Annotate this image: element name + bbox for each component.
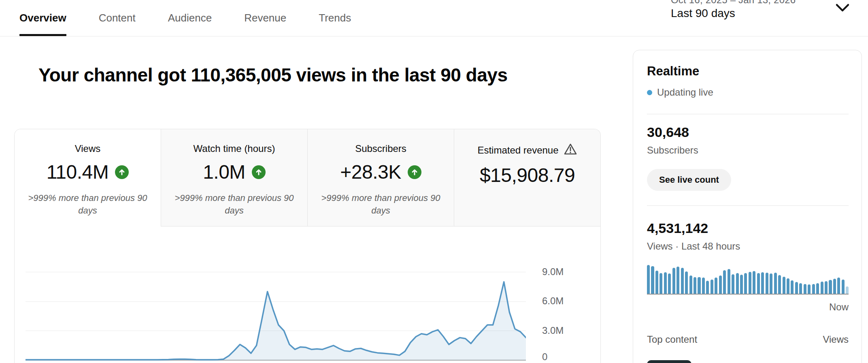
realtime-bar <box>761 272 764 294</box>
realtime-bar <box>728 269 730 294</box>
y-tick: 9.0M <box>542 266 564 278</box>
realtime-bar <box>715 278 717 294</box>
metric-tab-subscribers[interactable]: Subscribers +28.3K >999% more than previ… <box>307 129 454 226</box>
realtime-subscriber-count: 30,648 <box>647 124 689 140</box>
realtime-bar <box>647 265 650 294</box>
realtime-bar <box>689 275 692 294</box>
metric-comparison-note: >999% more than previous 90 days <box>21 192 155 217</box>
tab-revenue[interactable]: Revenue <box>244 0 286 36</box>
realtime-bar <box>664 272 667 294</box>
views-column-label: Views <box>823 334 849 345</box>
metric-value: $15,908.79 <box>480 164 575 186</box>
realtime-status: Updating live <box>647 87 713 98</box>
realtime-views-label: Views · Last 48 hours <box>647 241 740 252</box>
metric-label: Subscribers <box>355 143 406 154</box>
date-range-text: Oct 16, 2025 – Jan 13, 2026 <box>671 0 796 6</box>
realtime-bar <box>778 275 781 294</box>
realtime-bar <box>744 273 747 294</box>
views-trend-chart <box>26 243 526 361</box>
trend-up-icon <box>252 165 266 179</box>
y-tick: 0 <box>542 351 547 363</box>
realtime-bar <box>816 283 819 294</box>
see-live-count-button[interactable]: See live count <box>647 169 731 191</box>
metric-tab-estimated-revenue[interactable]: Estimated revenue $15,908.79 <box>454 129 600 226</box>
metric-label: Views <box>75 143 101 154</box>
realtime-bar <box>651 266 654 294</box>
realtime-bar <box>655 271 658 294</box>
realtime-bar <box>833 279 836 294</box>
realtime-bar <box>837 278 840 294</box>
realtime-bar <box>825 281 828 294</box>
realtime-bar <box>787 278 789 294</box>
divider <box>647 114 849 114</box>
date-preset-text: Last 90 days <box>671 7 796 20</box>
realtime-bar <box>706 281 709 294</box>
realtime-card: Realtime Updating live 30,648 Subscriber… <box>633 50 862 363</box>
page-title: Your channel got 110,365,005 views in th… <box>38 64 507 86</box>
trend-up-icon <box>115 165 129 179</box>
trend-up-icon <box>408 165 421 179</box>
realtime-bar <box>766 273 768 294</box>
live-dot-icon <box>647 90 652 95</box>
realtime-bar <box>774 273 777 294</box>
realtime-bar <box>791 280 794 294</box>
realtime-bar <box>685 271 688 294</box>
realtime-bar <box>723 270 726 294</box>
realtime-bar <box>702 278 705 294</box>
realtime-subscriber-label: Subscribers <box>647 145 698 156</box>
realtime-bar <box>808 284 811 294</box>
now-label: Now <box>647 301 849 313</box>
realtime-bar <box>829 280 832 294</box>
tab-trends[interactable]: Trends <box>319 0 351 36</box>
realtime-bar <box>795 282 798 294</box>
realtime-bar <box>672 268 675 294</box>
metric-tabs-row: Views 110.4M >999% more than previous 90… <box>15 129 600 226</box>
overview-analytics-card: Views 110.4M >999% more than previous 90… <box>14 129 601 363</box>
realtime-bar <box>740 275 743 294</box>
realtime-bar <box>804 284 806 294</box>
realtime-status-text: Updating live <box>657 87 713 98</box>
realtime-bar <box>753 271 755 294</box>
metric-label: Watch time (hours) <box>194 143 275 154</box>
metric-comparison-note: >999% more than previous 90 days <box>314 192 448 217</box>
chevron-down-icon[interactable] <box>835 3 850 15</box>
top-content-video-thumbnail[interactable] <box>647 360 691 363</box>
realtime-bar <box>812 284 815 294</box>
realtime-bar <box>757 273 760 294</box>
metric-tab-watch-time[interactable]: Watch time (hours) 1.0M >999% more than … <box>161 129 307 226</box>
realtime-bar <box>668 273 671 294</box>
realtime-bar <box>783 277 785 294</box>
divider <box>647 205 849 206</box>
realtime-bar <box>736 273 739 294</box>
warning-icon[interactable] <box>564 143 577 158</box>
realtime-title: Realtime <box>647 64 699 79</box>
realtime-views-count: 4,531,142 <box>647 220 708 236</box>
realtime-bar <box>711 280 713 294</box>
realtime-48h-bar-chart <box>647 264 849 295</box>
realtime-bar <box>846 286 849 294</box>
area-chart-svg <box>26 243 526 361</box>
realtime-bar <box>749 272 751 294</box>
metric-label: Estimated revenue <box>477 145 558 156</box>
metric-comparison-note: >999% more than previous 90 days <box>168 192 301 217</box>
tab-audience[interactable]: Audience <box>168 0 212 36</box>
y-tick: 6.0M <box>542 295 564 307</box>
realtime-bar <box>842 280 845 294</box>
metric-value: +28.3K <box>340 161 401 183</box>
realtime-bar <box>694 277 696 294</box>
date-range-picker[interactable]: Oct 16, 2025 – Jan 13, 2026 Last 90 days <box>671 0 796 20</box>
realtime-bar <box>677 267 679 294</box>
top-content-label: Top content <box>647 334 697 345</box>
metric-tab-views[interactable]: Views 110.4M >999% more than previous 90… <box>15 129 161 226</box>
realtime-bar <box>732 274 734 294</box>
metric-value: 1.0M <box>203 161 245 183</box>
tab-overview[interactable]: Overview <box>19 0 66 36</box>
realtime-bar <box>681 268 684 294</box>
realtime-bar <box>799 283 802 294</box>
realtime-bar <box>770 273 772 294</box>
realtime-bar <box>821 282 823 294</box>
tab-content[interactable]: Content <box>99 0 136 36</box>
metric-value: 110.4M <box>47 161 109 183</box>
realtime-bar <box>660 273 662 294</box>
realtime-bar <box>719 275 722 294</box>
